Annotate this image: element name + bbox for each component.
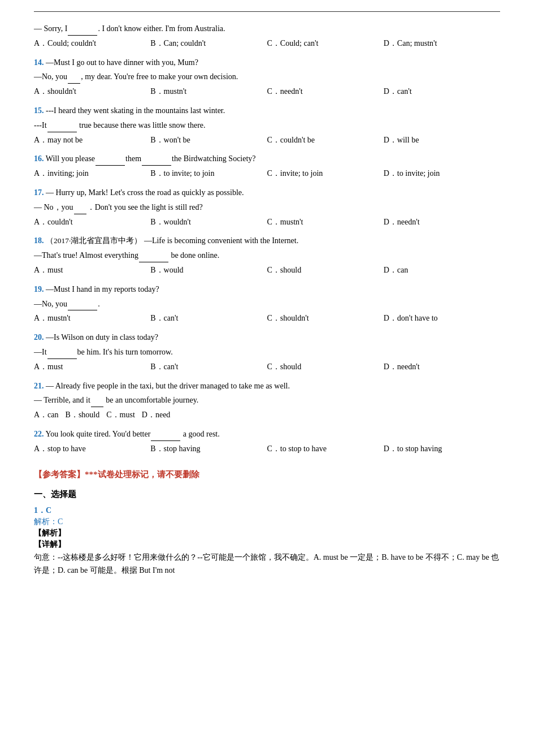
q21-opt-b: B．should — [66, 408, 100, 422]
q21-opt-a: A．can — [34, 408, 59, 422]
q15-context1: 15. ---I heard they went skating in the … — [34, 104, 500, 118]
q17-text3: ．Don't you see the light is still red? — [87, 203, 203, 211]
q15-options: A．may not be B．won't be C．couldn't be D．… — [34, 133, 500, 147]
q16-blank2 — [142, 165, 171, 166]
q19-opt-b: B．can't — [150, 312, 267, 325]
q20-num: 20. — [34, 333, 44, 342]
q17-opt-c: C．mustn't — [267, 215, 384, 229]
q16-text2: them — [125, 154, 141, 163]
intro-context: — Sorry, I. I don't know either. I'm fro… — [34, 22, 500, 36]
q18-opt-d: D．can — [384, 263, 500, 277]
q18-opt-b: B．would — [150, 263, 267, 277]
q17-context1: 17. — Hurry up, Mark! Let's cross the ro… — [34, 186, 500, 200]
q22-opt-d: D．to stop having — [384, 442, 500, 456]
option-c: C．Could; can't — [267, 37, 384, 50]
question-14: 14. —Must I go out to have dinner with y… — [34, 56, 500, 98]
q19-opt-c: C．shouldn't — [267, 312, 384, 325]
q18-options: A．must B．would C．should D．can — [34, 263, 500, 277]
q22-blank — [151, 440, 180, 441]
q20-text3: be him. It's his turn tomorrow. — [77, 348, 173, 356]
q19-text1: —Must I hand in my reports today? — [46, 285, 159, 293]
q17-text2: — No，you — [34, 203, 73, 211]
q14-opt-a: A．shouldn't — [34, 85, 150, 98]
q21-context1: 21. — Already five people in the taxi, b… — [34, 379, 500, 393]
q15-text2: ---It — [34, 121, 47, 129]
q18-num: 18. — [34, 236, 44, 245]
q19-context2: —No, you. — [34, 297, 500, 311]
q15-text3: true because there was little snow there… — [77, 121, 206, 129]
question-22: 22. You look quite tired. You'd better a… — [34, 427, 500, 456]
section-label: 一、选择题 — [34, 489, 500, 500]
q21-opt-d: D．need — [142, 408, 171, 422]
answer-1-label1: 【解析】 — [34, 528, 500, 538]
q20-context1: 20. —Is Wilson on duty in class today? — [34, 331, 500, 344]
q15-text1: ---I heard they went skating in the moun… — [46, 106, 225, 115]
answer-1-detail: 句意：--这栋楼是多么好呀！它用来做什么的？--它可能是一个旅馆，我不确定。A.… — [34, 551, 500, 578]
q19-context1: 19. —Must I hand in my reports today? — [34, 283, 500, 296]
q15-num: 15. — [34, 106, 44, 115]
q20-text2: —It — [34, 348, 47, 356]
q14-text2: —No, you — [34, 72, 67, 81]
q19-opt-a: A．mustn't — [34, 312, 150, 325]
q20-blank — [47, 358, 77, 359]
q15-opt-a: A．may not be — [34, 133, 150, 147]
q14-blank — [68, 83, 80, 84]
q16-opt-c: C．invite; to join — [267, 167, 384, 180]
question-21: 21. — Already five people in the taxi, b… — [34, 379, 500, 422]
q15-opt-b: B．won't be — [150, 133, 267, 147]
answer-1-jiexi: 解析：C — [34, 517, 500, 527]
q14-text3: , my dear. You're free to make your own … — [81, 72, 238, 81]
question-18: 18. （2017·湖北省宜昌市中考） —Life is becoming co… — [34, 234, 500, 277]
option-a: A．Could; couldn't — [34, 37, 150, 50]
q16-blank1 — [95, 165, 125, 166]
q17-text1: — Hurry up, Mark! Let's cross the road a… — [46, 188, 244, 197]
question-20: 20. —Is Wilson on duty in class today? —… — [34, 331, 500, 373]
q19-text2: —No, you — [34, 300, 67, 308]
q16-options: A．inviting; join B．to invite; to join C．… — [34, 167, 500, 180]
q22-options: A．stop to have B．stop having C．to stop t… — [34, 442, 500, 456]
q15-context2: ---It true because there was little snow… — [34, 119, 500, 132]
q18-opt-a: A．must — [34, 263, 150, 277]
q21-text2: — Terrible, and it — [34, 396, 90, 404]
q17-opt-a: A．couldn't — [34, 215, 150, 229]
q21-blank — [91, 407, 103, 407]
q22-num: 22. — [34, 430, 44, 438]
q21-opt-c: C．must — [106, 408, 135, 422]
q18-text1: —Life is becoming convenient with the In… — [144, 236, 298, 245]
answer-1-label2: 【详解】 — [34, 539, 500, 550]
q20-context2: —Itbe him. It's his turn tomorrow. — [34, 345, 500, 359]
answer-1-num: 1．C — [34, 506, 500, 516]
question-15: 15. ---I heard they went skating in the … — [34, 104, 500, 146]
q18-context2: —That's true! Almost everything be done … — [34, 249, 500, 262]
intro-blank — [68, 35, 97, 36]
q14-opt-b: B．mustn't — [150, 85, 267, 98]
q20-opt-d: D．needn't — [384, 360, 500, 374]
q22-text2: a good rest. — [181, 430, 219, 438]
q22-opt-b: B．stop having — [150, 442, 267, 456]
q20-opt-c: C．should — [267, 360, 384, 374]
q21-text3: be an uncomfortable journey. — [104, 396, 198, 404]
q17-blank — [74, 214, 86, 214]
q18-text2: —That's true! Almost everything — [34, 251, 138, 260]
q14-opt-c: C．needn't — [267, 85, 384, 98]
q15-blank — [47, 132, 77, 132]
q17-num: 17. — [34, 188, 44, 197]
question-17: 17. — Hurry up, Mark! Let's cross the ro… — [34, 186, 500, 228]
question-19: 19. —Must I hand in my reports today? —N… — [34, 283, 500, 325]
q17-opt-d: D．needn't — [384, 215, 500, 229]
q22-text1: You look quite tired. You'd better — [45, 430, 150, 438]
intro-text1: — Sorry, I — [34, 24, 67, 33]
q17-context2: — No，you．Don't you see the light is stil… — [34, 201, 500, 214]
q18-opt-c: C．should — [267, 263, 384, 277]
intro-text2: . I don't know either. I'm from Australi… — [98, 24, 225, 33]
q15-opt-c: C．couldn't be — [267, 133, 384, 147]
q19-num: 19. — [34, 285, 44, 293]
q19-options: A．mustn't B．can't C．shouldn't D．don't ha… — [34, 312, 500, 325]
answer-title: 【参考答案】***试卷处理标记，请不要删除 — [34, 469, 500, 480]
q20-opt-b: B．can't — [150, 360, 267, 374]
question-16: 16. Will you pleasethemthe Birdwatching … — [34, 152, 500, 180]
q16-opt-a: A．inviting; join — [34, 167, 150, 180]
option-b: B．Can; couldn't — [150, 37, 267, 50]
q22-opt-a: A．stop to have — [34, 442, 150, 456]
q14-num: 14. — [34, 58, 44, 67]
